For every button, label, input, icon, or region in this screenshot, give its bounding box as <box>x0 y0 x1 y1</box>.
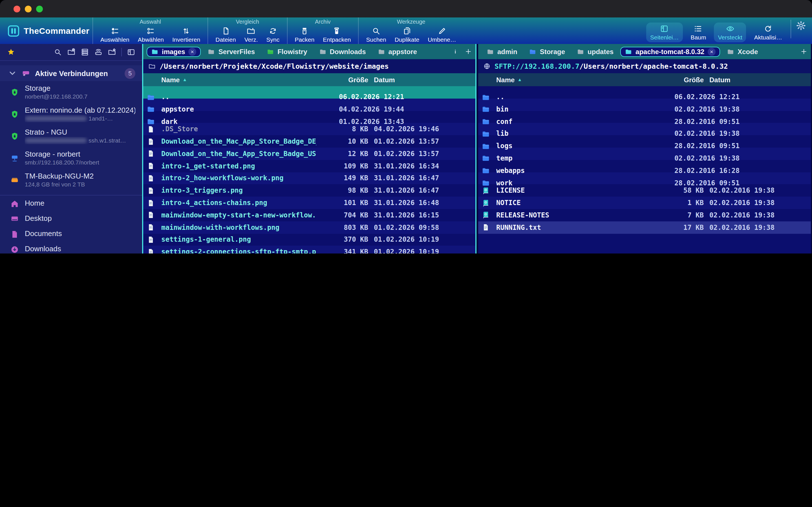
file-name: mainwindow-empty-start-a-new-workflow.pn… <box>161 211 316 219</box>
toolbar-button-dateien[interactable]: Dateien <box>215 26 236 43</box>
close-window-button[interactable] <box>13 5 20 12</box>
toolbar-group-vergleich: Vergleich DateienVerz.Sync <box>207 17 287 44</box>
table-row[interactable]: Download_on_the_Mac_App_Store_Badge_US-U… <box>143 148 475 160</box>
folder-fill-icon <box>481 154 490 163</box>
table-row[interactable]: intro-3_triggers.png 98 KB 31.01.2026 16… <box>143 184 475 197</box>
tab-serverfiles[interactable]: ServerFiles <box>203 47 260 57</box>
toolbar-button-invertieren[interactable]: Invertieren <box>172 26 200 43</box>
settings-button[interactable] <box>796 20 806 44</box>
table-row[interactable]: RELEASE-NOTES 7 KB 02.02.2016 19:38 <box>478 209 811 221</box>
column-header-name[interactable]: Name▲ <box>496 76 652 83</box>
toolbar-button-sync[interactable]: Sync <box>266 26 280 43</box>
table-row[interactable]: intro-2_how-workflows-work.png 149 KB 31… <box>143 172 475 184</box>
panel-icon[interactable] <box>127 48 135 56</box>
toolbar-button-entpacken[interactable]: Entpacken <box>323 26 351 43</box>
toolbar-button-abw-hlen[interactable]: Abwählen <box>138 26 164 43</box>
table-row[interactable]: .. 06.02.2026 12:21 <box>478 86 811 99</box>
sidebar-item-documents[interactable]: Documents <box>0 226 142 242</box>
toolbar-button-seitenlei[interactable]: Seitenlei… <box>646 22 683 42</box>
table-row[interactable]: NOTICE 1 KB 02.02.2016 19:38 <box>478 196 811 209</box>
table-row[interactable]: intro-4_actions-chains.png 101 KB 31.01.… <box>143 196 475 209</box>
sidebar-item-strato-ngu[interactable]: Strato - NGUssh.w1.strat… <box>0 125 142 147</box>
toolbar-button-baum[interactable]: Baum <box>687 22 710 42</box>
toolbar-button-verz[interactable]: Verz. <box>245 26 258 43</box>
sidebar-item-home[interactable]: Home <box>0 196 142 211</box>
tab-admin[interactable]: admin <box>481 47 522 57</box>
new-tab-plus-icon[interactable] <box>800 48 808 55</box>
folder-gear-icon[interactable] <box>108 48 116 56</box>
toolbar-button-suchen[interactable]: Suchen <box>366 26 386 43</box>
tab-updates[interactable]: updates <box>572 47 619 57</box>
minimize-window-button[interactable] <box>25 5 32 12</box>
sidebar-item-tm-backup-ngu-m2[interactable]: TM-Backup-NGU-M2124,8 GB frei von 2 TB <box>0 169 142 191</box>
file-name: settings-1-general.png <box>161 236 316 244</box>
item-title: Extern: nonino.de (ab 07.12.2024) <box>25 106 135 115</box>
column-header-date[interactable]: Datum <box>709 76 792 83</box>
sidebar-section-aktive-verbindungen[interactable]: Aktive Verbindungen5 <box>0 65 142 81</box>
column-header-size[interactable]: Größe <box>652 76 704 83</box>
column-header-name[interactable]: Name▲ <box>161 76 316 83</box>
titlebar <box>0 0 812 17</box>
wifi-drive-icon[interactable] <box>94 48 103 56</box>
folder-plus-icon[interactable] <box>67 48 75 56</box>
file-name: Download_on_the_Mac_App_Store_Badge_DE_R… <box>161 137 316 145</box>
file-name: NOTICE <box>496 199 652 207</box>
zoom-window-button[interactable] <box>36 5 43 12</box>
sidebar-item-storage-norbert[interactable]: Storage - norbertsmb://192.168.200.7/nor… <box>0 147 142 169</box>
item-title: Desktop <box>25 214 52 224</box>
tab-storage[interactable]: Storage <box>524 47 570 57</box>
server3-icon[interactable] <box>81 48 89 56</box>
column-header-date[interactable]: Datum <box>374 76 456 83</box>
tab-images[interactable]: images <box>147 47 201 57</box>
tab-appstore[interactable]: appstore <box>373 47 422 57</box>
favorites-star-icon[interactable] <box>7 48 15 56</box>
close-icon[interactable] <box>708 48 716 55</box>
left-path-bar: /Users/norbert/Projekte/Xcode/Flowistry/… <box>143 59 475 73</box>
table-row[interactable]: settings-2-connections-sftp-ftp-smtp.png… <box>143 246 475 253</box>
file-name: intro-2_how-workflows-work.png <box>161 174 316 182</box>
tab-info-icon[interactable] <box>452 48 459 55</box>
sidebar-item-desktop[interactable]: Desktop <box>0 211 142 226</box>
tab-apache-tomcat-8-0-32[interactable]: apache-tomcat-8.0.32 <box>620 47 720 57</box>
column-header-size[interactable]: Größe <box>316 76 368 83</box>
table-row[interactable]: mainwindow-empty-start-a-new-workflow.pn… <box>143 209 475 221</box>
toolbar-button-versteckt[interactable]: Versteckt <box>714 22 746 42</box>
table-row[interactable]: .. 06.02.2026 12:21 <box>143 86 475 99</box>
folder-fill-icon <box>727 48 734 55</box>
file-size: 370 KB <box>316 236 368 244</box>
select-none-icon <box>146 26 155 36</box>
tab-downloads[interactable]: Downloads <box>314 47 371 57</box>
table-row[interactable]: settings-1-general.png 370 KB 01.02.2026… <box>143 233 475 246</box>
toolbar-button-duplikate[interactable]: Duplikate <box>395 26 419 43</box>
file-date: 01.02.2026 13:57 <box>374 150 456 158</box>
toolbar-button-label: Aktualisi… <box>754 34 782 40</box>
close-icon[interactable] <box>189 48 197 55</box>
item-subtitle: ssh.w1.strat… <box>89 137 126 144</box>
file-date: 01.02.2026 13:57 <box>374 137 456 145</box>
sidebar-item-downloads[interactable]: Downloads <box>0 242 142 253</box>
file-name: .. <box>161 93 316 101</box>
left-path: /Users/norbert/Projekte/Xcode/Flowistry/… <box>160 62 389 70</box>
book-icon <box>481 186 490 195</box>
table-row[interactable]: RUNNING.txt 17 KB 02.02.2016 19:38 <box>478 221 811 234</box>
tab-flowistry[interactable]: Flowistry <box>262 47 312 57</box>
table-row[interactable]: intro-1_get-started.png 109 KB 31.01.202… <box>143 160 475 172</box>
folder-fill-icon <box>147 117 155 126</box>
table-row[interactable]: Download_on_the_Mac_App_Store_Badge_DE_R… <box>143 135 475 148</box>
toolbar-button-packen[interactable]: Packen <box>295 26 314 43</box>
toolbar-button-aktualisi[interactable]: Aktualisi… <box>750 22 786 42</box>
sidebar-item-storage[interactable]: Storagenorbert@192.168.200.7 <box>0 81 142 103</box>
toolbar-button-umbene[interactable]: Umbene… <box>428 26 456 43</box>
sidebar-icon <box>660 24 669 33</box>
table-row[interactable]: mainwindow-with-workflows.png 803 KB 01.… <box>143 221 475 234</box>
file-name: intro-4_actions-chains.png <box>161 199 316 207</box>
file-date: 02.02.2016 19:38 <box>709 211 792 219</box>
search-icon[interactable] <box>54 48 62 56</box>
sidebar-item-extern-nonino-de-ab-07-12-2024[interactable]: Extern: nonino.de (ab 07.12.2024)1and1-… <box>0 103 142 125</box>
tab-xcode[interactable]: Xcode <box>722 47 763 57</box>
new-tab-plus-icon[interactable] <box>465 48 472 55</box>
toolbar-button-ausw-hlen[interactable]: Auswählen <box>100 26 130 43</box>
toolbar-button-label: Packen <box>295 37 314 43</box>
file-name: work <box>496 179 652 187</box>
shield-lock-icon <box>10 88 19 97</box>
